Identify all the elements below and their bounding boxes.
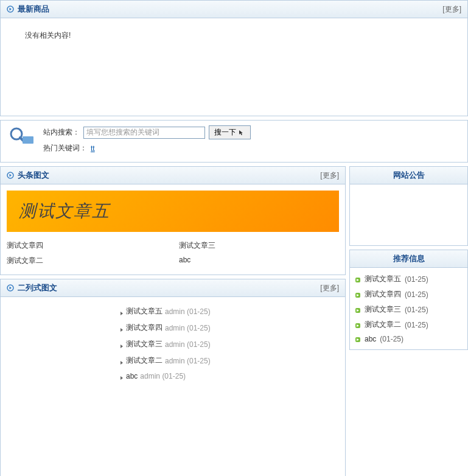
announce-header: 网站公告 [350, 167, 467, 184]
side-item-title[interactable]: abc [365, 335, 376, 343]
more-link[interactable]: [更多] [320, 170, 339, 181]
list-item-title[interactable]: abc [126, 372, 138, 380]
side-item-title[interactable]: 测试文章三 [365, 304, 401, 315]
more-link[interactable]: [更多] [320, 283, 339, 293]
announce-body [350, 184, 467, 245]
triangle-icon [120, 374, 124, 379]
side-item-date: (01-25) [405, 321, 428, 329]
list-item-meta: admin (01-25) [140, 372, 186, 380]
svg-rect-3 [23, 136, 33, 144]
twocol-header: 二列式图文 [更多] [1, 279, 345, 297]
hot-keyword-link[interactable]: tt [91, 144, 95, 153]
search-label: 站内搜索： [43, 127, 80, 138]
announce-panel: 网站公告 [349, 166, 468, 246]
recommend-header: 推荐信息 [350, 250, 467, 268]
side-item-date: (01-25) [405, 275, 428, 284]
headline-link[interactable]: 测试文章二 [7, 256, 167, 266]
arrow-icon [7, 284, 14, 292]
side-item-date: (01-25) [405, 290, 428, 299]
list-item-meta: admin (01-25) [165, 357, 211, 365]
arrow-icon [7, 172, 14, 179]
search-panel: 站内搜索： 搜一下 热门关键词： tt [0, 120, 468, 163]
more-link[interactable]: [更多] [442, 4, 461, 15]
search-magnifier-icon [7, 125, 36, 145]
headline-panel: 头条图文 [更多] 测试文章五 测试文章四 测试文章三 测试文章二 abc [0, 166, 346, 275]
list-item: 测试文章四admin (01-25) [119, 320, 339, 336]
triangle-icon [120, 342, 124, 347]
triangle-icon [120, 359, 124, 363]
list-item: 测试文章二admin (01-25) [119, 352, 339, 369]
twocol-panel: 二列式图文 [更多] 测试文章五admin (01-25)测试文章四admin … [0, 279, 346, 476]
list-item: abcadmin (01-25) [119, 369, 339, 383]
side-item: 测试文章三(01-25) [355, 302, 463, 317]
headline-link[interactable]: 测试文章四 [7, 240, 167, 251]
bullet-icon [355, 307, 361, 313]
headline-header: 头条图文 [更多] [1, 167, 345, 184]
search-input[interactable] [83, 127, 205, 139]
recommend-list: 测试文章五(01-25)测试文章四(01-25)测试文章三(01-25)测试文章… [350, 268, 467, 349]
latest-goods-header: 最新商品 [更多] [1, 1, 467, 18]
recommend-panel: 推荐信息 测试文章五(01-25)测试文章四(01-25)测试文章三(01-25… [349, 250, 468, 350]
panel-title: 网站公告 [356, 170, 461, 181]
cursor-icon [238, 130, 245, 136]
empty-message: 没有相关内容! [1, 18, 467, 116]
triangle-icon [120, 309, 124, 314]
latest-goods-panel: 最新商品 [更多] 没有相关内容! [0, 0, 468, 116]
headline-banner[interactable]: 测试文章五 [7, 191, 339, 232]
hot-keywords-label: 热门关键词： [43, 143, 87, 153]
search-button[interactable]: 搜一下 [209, 125, 251, 139]
panel-title: 头条图文 [18, 170, 49, 181]
panel-title: 二列式图文 [18, 282, 57, 293]
headline-links: 测试文章四 测试文章三 测试文章二 abc [7, 238, 339, 268]
side-item: 测试文章四(01-25) [355, 287, 463, 302]
list-thumbnail-placeholder [7, 303, 116, 383]
side-item-title[interactable]: 测试文章五 [365, 274, 401, 284]
list-item: 测试文章三admin (01-25) [119, 336, 339, 352]
headline-link[interactable]: 测试文章三 [179, 240, 339, 251]
side-item-date: (01-25) [405, 306, 428, 314]
list-item-title[interactable]: 测试文章三 [126, 339, 162, 349]
bullet-icon [355, 292, 361, 298]
banner-title: 测试文章五 [19, 200, 327, 223]
list-item-meta: admin (01-25) [165, 307, 211, 316]
arrow-icon [7, 5, 14, 13]
bullet-icon [355, 322, 361, 328]
list-item-meta: admin (01-25) [165, 340, 211, 349]
side-item: abc(01-25) [355, 332, 463, 346]
bullet-icon [355, 336, 361, 342]
list-item-title[interactable]: 测试文章二 [126, 355, 162, 366]
side-item-date: (01-25) [380, 335, 403, 343]
list-item-title[interactable]: 测试文章四 [126, 323, 162, 333]
triangle-icon [120, 326, 124, 331]
panel-title: 推荐信息 [356, 253, 461, 264]
side-item-title[interactable]: 测试文章二 [365, 320, 401, 330]
side-item-title[interactable]: 测试文章四 [365, 289, 401, 299]
bullet-icon [355, 276, 361, 282]
side-item: 测试文章五(01-25) [355, 271, 463, 287]
list-item: 测试文章五admin (01-25) [119, 303, 339, 320]
search-button-label: 搜一下 [214, 127, 236, 138]
list-item-title[interactable]: 测试文章五 [126, 306, 162, 317]
list-item-meta: admin (01-25) [165, 324, 211, 332]
headline-link[interactable]: abc [179, 256, 339, 266]
side-item: 测试文章二(01-25) [355, 317, 463, 332]
twocol-list: 测试文章五admin (01-25)测试文章四admin (01-25)测试文章… [116, 303, 339, 383]
panel-title: 最新商品 [18, 4, 49, 15]
